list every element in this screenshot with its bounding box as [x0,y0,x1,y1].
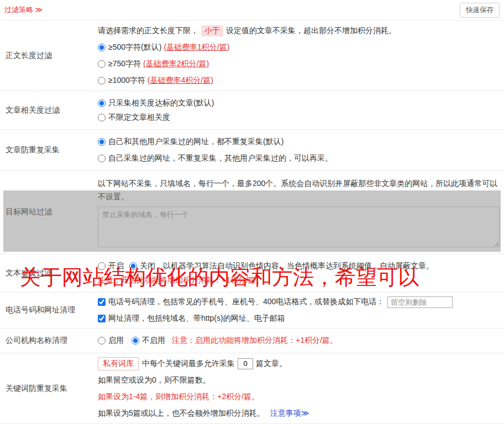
relevance-option-any-label: 不限定文章相关度 [108,113,170,123]
section-content-dedup: 自己和其他用户采集过的网址，都不重复采集(默认) 自己采集过的网址，不重复采集，… [98,130,504,170]
porn-off-radio[interactable] [129,262,137,270]
company-enable-label: 启用 [108,336,124,346]
section-content-company: 启用 不启用 注意：启用此功能将增加积分消耗：+1积分/篇。 [98,328,504,353]
length-intro-highlight: 小于 [201,25,223,36]
section-porn-filter: 文本鉴黄过滤 开启 关闭 ，以机器学习算法自动识别色情内容，当色情概率达到系统阈… [0,254,504,293]
relevance-option-row: 不限定文章相关度 [98,110,500,125]
length-option-row: ≥750字符 (基础费率2积分/篇) [98,56,500,72]
relevance-option-row: 只采集相关度达标的文章(默认) [98,96,500,110]
section-content-keyword: 私有词库 中每个关键词最多允许采集 篇文章。 如果留空或设为0，则不限篇数。 如… [98,353,504,423]
section-article-dedup: 文章防重复采集 自己和其他用户采集过的网址，都不重复采集(默认) 自己采集过的网… [0,130,504,171]
section-target-site-filter: 目标网站过滤 以下网站不采集，只填域名，每行一个，最多200个。系统会自动识别并… [0,171,504,254]
length-intro-post: 设定值的文章不采集，超出部分不增加积分消耗。 [226,26,396,36]
porn-on-radio[interactable] [98,262,106,270]
length-option-500-label: ≥500字符(默认) [108,43,161,52]
porn-off-label: 关闭 [140,261,155,271]
private-lexicon-badge: 私有词库 [98,357,139,370]
company-option-row: 启用 不启用 注意：启用此功能将增加积分消耗：+1积分/篇。 [98,332,500,349]
url-cleanup-checkbox[interactable] [98,315,106,322]
length-option-1000-label: ≥1000字符 [108,76,145,86]
length-option-500-radio[interactable] [98,44,106,51]
company-disable-label: 不启用 [142,336,165,346]
target-site-description: 以下网站不采集，只填域名，每行一个，最多200个。系统会自动识别并屏蔽那些非文章… [98,177,500,203]
company-disable-radio[interactable] [132,337,139,344]
dedup-option-row: 自己和其他用户采集过的网址，都不重复采集(默认) [98,134,500,150]
length-option-1000-radio[interactable] [98,77,106,84]
section-content-phone-url: 电话号码清理，包括常见的手机号、座机号、400电话格式，或替换成如下电话： 网址… [98,293,504,328]
blocked-domains-textarea[interactable] [98,206,500,247]
dedup-option-self-label: 自己采集过的网址，不重复采集，其他用户采集过的，可以再采。 [108,153,333,163]
length-option-500-note: (基础费率1积分/篇) [164,43,229,52]
keyword-limit-row: 私有词库 中每个关键词最多允许采集 篇文章。 [98,356,500,372]
porn-description: ，以机器学习算法自动识别色情内容，当色情概率达到系统阈值，自动屏蔽文章。 [155,261,434,271]
length-option-750-label: ≥750字符 [108,59,141,69]
section-content-relevance: 只采集相关度达标的文章(默认) 不限定文章相关度 [98,91,504,129]
section-relevance-filter: 文章相关度过滤 只采集相关度达标的文章(默认) 不限定文章相关度 [0,91,504,130]
header-bar: 过滤策略 ≫ 快速保存 [0,0,504,20]
section-label-company: 公司机构名称清理 [0,328,98,353]
length-option-1000-note: (基础费率4积分/篇) [148,76,213,86]
keyword-note-cost: 如果设为1-4篇，则增加积分消耗：+2积分/篇。 [98,389,500,405]
length-intro-line: 请选择需求的正文长度下限， 小于 设定值的文章不采集，超出部分不增加积分消耗。 [98,23,500,39]
keyword-limit-suffix: 篇文章。 [256,359,287,369]
keyword-note-five: 如果设为5篇或以上，也不会额外增加积分消耗。 [98,409,265,418]
section-company-name-cleanup: 公司机构名称清理 启用 不启用 注意：启用此功能将增加积分消耗：+1积分/篇。 [0,328,504,353]
section-label-body-length: 正文长度过滤 [0,20,98,91]
section-content-body-length: 请选择需求的正文长度下限， 小于 设定值的文章不采集，超出部分不增加积分消耗。 … [98,20,504,91]
porn-on-label: 开启 [108,261,124,271]
porn-option-row: 开启 关闭 ，以机器学习算法自动识别色情内容，当色情概率达到系统阈值，自动屏蔽文… [98,259,500,273]
url-cleanup-label: 网址清理，包括纯域名、带http(s)的网址、电子邮箱 [108,314,285,324]
keyword-notice-link[interactable]: 注意事项≫ [270,409,309,418]
settings-rows: 正文长度过滤 请选择需求的正文长度下限， 小于 设定值的文章不采集，超出部分不增… [0,20,504,424]
length-option-750-radio[interactable] [98,60,106,68]
relevance-option-strict-label: 只采集相关度达标的文章(默认) [108,98,214,108]
section-label-keyword: 关键词防重复采集 [0,353,98,423]
dedup-option-global-label: 自己和其他用户采集过的网址，都不重复采集(默认) [108,137,284,147]
company-enable-radio[interactable] [98,337,106,344]
length-intro-pre: 请选择需求的正文长度下限， [98,26,198,36]
section-label-dedup: 文章防重复采集 [0,130,98,170]
length-option-750-note: (基础费率2积分/篇) [143,59,209,69]
company-cost-note: 注意：启用此功能将增加积分消耗：+1积分/篇。 [172,336,338,346]
page-title: 过滤策略 ≫ [4,5,43,15]
section-label-porn: 文本鉴黄过滤 [0,254,98,292]
section-content-target-site: 以下网站不采集，只填域名，每行一个，最多200个。系统会自动识别并屏蔽那些非文章… [98,171,504,253]
keyword-note-unlimited: 如果留空或设为0，则不限篇数。 [98,372,500,389]
section-body-length-filter: 正文长度过滤 请选择需求的正文长度下限， 小于 设定值的文章不采集，超出部分不增… [0,20,504,91]
section-phone-url-cleanup: 电话号码和网址清理 电话号码清理，包括常见的手机号、座机号、400电话格式，或替… [0,293,504,328]
section-content-porn: 开启 关闭 ，以机器学习算法自动识别色情内容，当色情概率达到系统阈值，自动屏蔽文… [98,254,504,292]
section-label-target-site: 目标网站过滤 [0,171,98,253]
section-label-phone-url: 电话号码和网址清理 [0,293,98,328]
dedup-option-self-radio[interactable] [98,155,106,162]
relevance-option-any-radio[interactable] [98,114,106,121]
keyword-note-five-row: 如果设为5篇或以上，也不会额外增加积分消耗。 注意事项≫ [98,405,500,422]
length-option-row: ≥500字符(默认) (基础费率1积分/篇) [98,39,500,56]
replacement-phone-input[interactable] [387,296,453,308]
keyword-limit-text: 中每个关键词最多允许采集 [142,359,235,369]
phone-cleanup-checkbox[interactable] [98,298,106,306]
relevance-option-strict-radio[interactable] [98,99,106,107]
phone-cleanup-label: 电话号码清理，包括常见的手机号、座机号、400电话格式，或替换成如下电话： [108,297,384,307]
url-cleanup-row: 网址清理，包括纯域名、带http(s)的网址、电子邮箱 [98,310,500,327]
section-label-relevance: 文章相关度过滤 [0,91,98,129]
quick-save-button[interactable]: 快速保存 [460,3,500,18]
phone-cleanup-row: 电话号码清理，包括常见的手机号、座机号、400电话格式，或替换成如下电话： [98,294,500,310]
dedup-option-row: 自己采集过的网址，不重复采集，其他用户采集过的，可以再采。 [98,150,500,167]
dedup-option-global-radio[interactable] [98,138,106,146]
section-keyword-dedup: 关键词防重复采集 私有词库 中每个关键词最多允许采集 篇文章。 如果留空或设为0… [0,353,504,424]
length-option-row: ≥1000字符 (基础费率4积分/篇) [98,72,500,89]
porn-cost-note: 注意：开启此功能将增加积分消耗：+1积分/篇。 [98,273,500,288]
filter-strategy-page: 过滤策略 ≫ 快速保存 正文长度过滤 请选择需求的正文长度下限， 小于 设定值的… [0,0,504,424]
keyword-max-count-input[interactable] [238,358,253,369]
